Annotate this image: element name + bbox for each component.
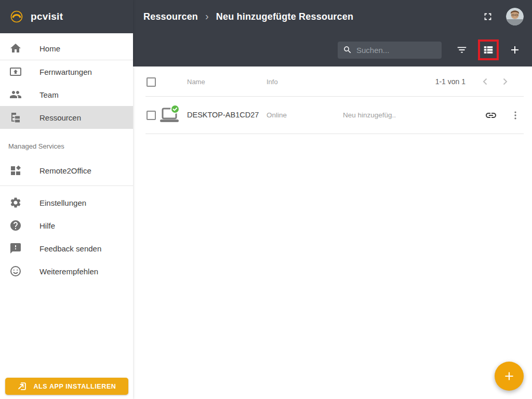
chevron-right-icon (499, 75, 511, 88)
smiley-icon (9, 265, 22, 277)
home-icon (9, 42, 22, 55)
brand-name: pcvisit (31, 11, 63, 22)
section-label-managed-services: Managed Services (0, 141, 133, 152)
resource-status: Online (267, 111, 287, 119)
search-input[interactable] (356, 46, 436, 55)
laptop-online-icon (159, 105, 181, 128)
pagination-count: 1-1 von 1 (435, 77, 466, 86)
select-all-checkbox[interactable] (147, 77, 156, 87)
list-view-button[interactable] (482, 43, 495, 57)
breadcrumb-parent[interactable]: Ressourcen (143, 11, 198, 22)
sidebar-item-label: Hilfe (39, 221, 55, 230)
search-box (338, 42, 442, 59)
sidebar-item-feedback[interactable]: Feedback senden (0, 237, 133, 260)
table-header: Name Info 1-1 von 1 (133, 66, 532, 97)
breadcrumb-chevron-icon: › (205, 10, 209, 22)
sidebar-item-hilfe[interactable]: Hilfe (0, 214, 133, 237)
fullscreen-button[interactable] (479, 8, 497, 25)
column-header-info: Info (267, 78, 278, 86)
sidebar-item-label: Home (39, 44, 60, 53)
sidebar-item-label: Weiterempfehlen (39, 267, 98, 276)
pagination-next-button[interactable] (498, 74, 512, 89)
sidebar-item-label: Fernwartungen (39, 68, 92, 76)
toolbar (133, 33, 532, 66)
install-button-label: ALS APP INSTALLIEREN (33, 383, 116, 390)
add-resource-button[interactable] (506, 41, 524, 59)
app-window: Ressourcen › Neu hinzugefügte Ressourcen (0, 0, 532, 399)
resources-tree-icon (9, 111, 22, 124)
page-title: Neu hinzugefügte Ressourcen (216, 11, 353, 22)
brand-header: pcvisit (0, 0, 133, 33)
list-view-icon (483, 44, 494, 56)
row-checkbox[interactable] (147, 111, 156, 120)
column-header-name: Name (187, 78, 205, 86)
sidebar-item-label: Team (39, 90, 59, 99)
table-row[interactable]: DESKTOP-AB1CD27 Online Neu hinzugefüg.. (133, 97, 532, 134)
team-icon (9, 88, 22, 101)
dashboard-icon (9, 164, 22, 177)
resource-tag: Neu hinzugefüg.. (343, 111, 396, 119)
sidebar-item-label: Feedback senden (39, 244, 101, 253)
resource-name: DESKTOP-AB1CD27 (187, 111, 259, 119)
sidebar: pcvisit Home Fernwartungen Team (0, 0, 133, 399)
link-icon (485, 109, 497, 122)
filter-button[interactable] (453, 41, 471, 59)
sidebar-item-home[interactable]: Home (0, 37, 133, 60)
plus-icon (502, 369, 516, 383)
sidebar-item-remote2office[interactable]: Remote2Office (0, 159, 133, 182)
install-app-icon (17, 381, 27, 391)
sidebar-nav: Home Fernwartungen Team (0, 33, 133, 283)
install-as-app-button[interactable]: ALS APP INSTALLIEREN (5, 378, 128, 395)
pagination: 1-1 von 1 (435, 66, 512, 97)
sidebar-item-weiterempfehlen[interactable]: Weiterempfehlen (0, 260, 133, 283)
plus-icon (509, 44, 521, 56)
chevron-left-icon (479, 75, 491, 88)
sidebar-item-ressourcen[interactable]: Ressourcen (0, 106, 133, 129)
gear-icon (9, 196, 22, 209)
table-divider (145, 134, 524, 134)
fab-add-button[interactable] (495, 362, 524, 391)
pagination-prev-button[interactable] (478, 74, 493, 89)
help-icon (9, 219, 22, 232)
sidebar-item-team[interactable]: Team (0, 83, 133, 106)
connect-link-button[interactable] (483, 107, 499, 124)
sidebar-item-label: Einstellungen (39, 198, 86, 207)
sidebar-item-einstellungen[interactable]: Einstellungen (0, 191, 133, 214)
feedback-icon (9, 242, 22, 255)
sidebar-item-fernwartungen[interactable]: Fernwartungen (0, 60, 133, 83)
user-avatar[interactable] (506, 8, 524, 25)
breadcrumb: Ressourcen › Neu hinzugefügte Ressourcen (133, 0, 532, 33)
pcvisit-logo-icon (9, 9, 24, 24)
filter-icon (456, 44, 468, 56)
sidebar-item-label: Ressourcen (39, 113, 81, 122)
search-icon (343, 45, 352, 55)
fullscreen-icon (482, 11, 494, 22)
screen-share-icon (9, 65, 22, 78)
top-header: Ressourcen › Neu hinzugefügte Ressourcen (133, 0, 532, 66)
sidebar-item-label: Remote2Office (39, 166, 91, 175)
kebab-menu-icon (510, 110, 521, 121)
row-menu-button[interactable] (507, 107, 524, 124)
annotation-red-box (478, 39, 499, 60)
